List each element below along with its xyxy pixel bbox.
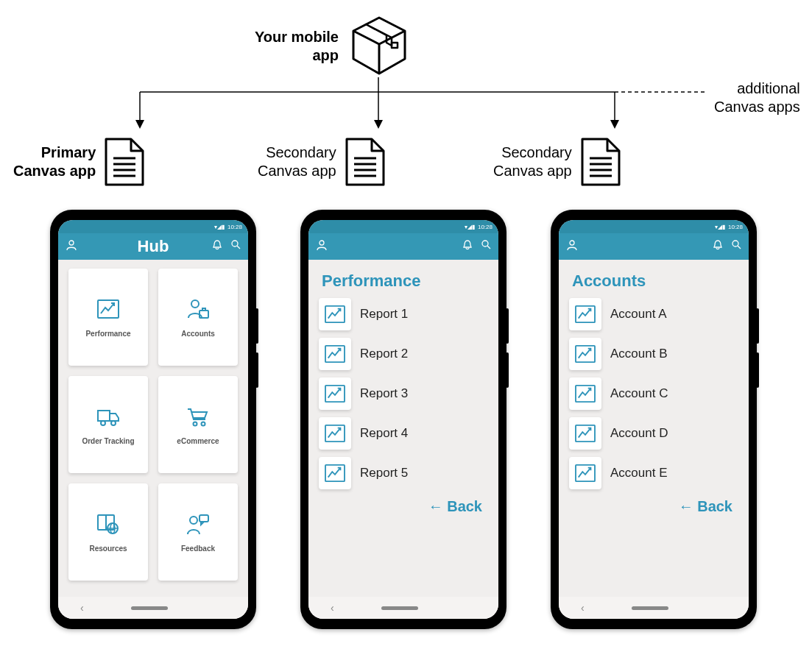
chart-icon	[569, 417, 601, 450]
list-item[interactable]: Report 1	[319, 298, 488, 330]
primary-doc-label: PrimaryCanvas app	[13, 143, 96, 180]
android-nav-bar: ‹	[58, 597, 248, 619]
hub-tile-ecommerce[interactable]: eCommerce	[158, 376, 238, 473]
hub-tile-label: Accounts	[181, 330, 215, 338]
header-title: Hub	[138, 237, 169, 256]
hub-tile-label: Performance	[85, 330, 130, 338]
book-globe-icon	[95, 512, 121, 539]
section-title: Performance	[322, 272, 488, 291]
chart-icon	[319, 417, 351, 450]
nav-home-pill[interactable]	[381, 606, 418, 610]
svg-rect-0	[392, 43, 398, 48]
person-chat-icon	[185, 512, 211, 539]
phones-row: ▾◢▮10:28 Hub Performance	[50, 210, 764, 629]
hub-tile-accounts[interactable]: Accounts	[158, 269, 238, 366]
nav-back-icon[interactable]: ‹	[80, 602, 84, 614]
mobile-app-label: Your mobileapp	[236, 28, 339, 65]
bell-icon[interactable]	[211, 239, 223, 254]
list-item-label: Report 1	[360, 307, 408, 322]
chart-icon	[319, 298, 351, 330]
svg-marker-8	[374, 120, 383, 129]
phone-screen: ▾◢▮10:28 Accounts Account A	[559, 220, 749, 619]
status-bar: ▾◢▮10:28	[559, 220, 749, 233]
nav-home-pill[interactable]	[131, 606, 168, 610]
back-link[interactable]: ← Back	[319, 498, 488, 515]
bell-icon[interactable]	[462, 239, 473, 254]
status-time: 10:28	[478, 224, 493, 230]
svg-marker-9	[610, 120, 619, 129]
profile-icon[interactable]	[566, 239, 578, 254]
list-item-label: Report 2	[360, 347, 408, 361]
list-column: Account A Account B Account C Account D	[569, 298, 738, 489]
search-icon[interactable]	[731, 239, 741, 254]
app-header: Hub	[58, 233, 248, 260]
back-link[interactable]: ← Back	[569, 498, 738, 515]
search-icon[interactable]	[481, 239, 491, 254]
document-icon	[103, 136, 146, 188]
list-item[interactable]: Account A	[569, 298, 738, 330]
list-item-label: Account D	[610, 426, 668, 441]
app-header	[559, 233, 749, 260]
phone-mockup: ▾◢▮10:28 Performance Report 1	[300, 210, 506, 629]
document-icon	[344, 136, 386, 188]
nav-back-icon[interactable]: ‹	[581, 602, 585, 614]
hub-tile-resources[interactable]: Resources	[68, 483, 148, 581]
hub-tile-feedback[interactable]: Feedback	[158, 483, 238, 581]
list-item-label: Report 3	[360, 386, 408, 401]
secondary-doc-label-1: SecondaryCanvas app	[258, 143, 336, 180]
nav-back-icon[interactable]: ‹	[331, 602, 334, 614]
secondary-doc-group-1: SecondaryCanvas app	[258, 136, 386, 188]
list-item[interactable]: Account B	[569, 338, 738, 370]
hub-tile-label: eCommerce	[177, 437, 219, 445]
hub-grid: Performance Accounts Order Tracking eCom…	[68, 269, 238, 588]
phone-screen: ▾◢▮10:28 Hub Performance	[58, 220, 248, 619]
chart-icon	[569, 338, 601, 370]
section-title: Accounts	[572, 272, 738, 291]
primary-doc-group: PrimaryCanvas app	[13, 136, 146, 188]
secondary-doc-label-2: SecondaryCanvas app	[493, 143, 572, 180]
list-item[interactable]: Report 2	[319, 338, 488, 370]
document-icon	[579, 136, 622, 188]
svg-marker-7	[135, 120, 144, 129]
nav-home-pill[interactable]	[632, 606, 668, 610]
truck-icon	[95, 405, 121, 431]
list-item[interactable]: Account E	[569, 457, 738, 489]
app-header	[308, 233, 498, 260]
hub-tile-label: Resources	[89, 545, 127, 553]
android-nav-bar: ‹	[559, 597, 749, 619]
chart-icon	[319, 338, 351, 370]
list-item[interactable]: Account C	[569, 377, 738, 410]
hub-tile-performance[interactable]: Performance	[68, 269, 148, 366]
chart-icon	[319, 457, 351, 489]
list-item[interactable]: Report 4	[319, 417, 488, 450]
hub-tile-label: Feedback	[181, 545, 215, 553]
chart-icon	[569, 377, 601, 410]
list-item[interactable]: Report 3	[319, 377, 488, 410]
status-bar: ▾◢▮10:28	[308, 220, 498, 233]
search-icon[interactable]	[230, 239, 241, 254]
chart-icon	[319, 377, 351, 410]
profile-icon[interactable]	[66, 239, 77, 254]
app-body: Performance Accounts Order Tracking eCom…	[58, 260, 248, 597]
list-item-label: Account B	[610, 347, 668, 361]
list-item[interactable]: Report 5	[319, 457, 488, 489]
app-body: Performance Report 1 Report 2 Report 3	[308, 260, 498, 597]
list-item-label: Account E	[610, 466, 668, 480]
list-item[interactable]: Account D	[569, 417, 738, 450]
list-item-label: Account A	[610, 307, 667, 322]
chart-icon	[95, 297, 121, 324]
app-body: Accounts Account A Account B Account C	[559, 260, 749, 597]
list-item-label: Account C	[610, 386, 668, 401]
phone-screen: ▾◢▮10:28 Performance Report 1	[308, 220, 498, 619]
phone-mockup: ▾◢▮10:28 Hub Performance	[50, 210, 256, 629]
secondary-doc-group-2: SecondaryCanvas app	[493, 136, 622, 188]
hub-tile-order-tracking[interactable]: Order Tracking	[68, 376, 148, 473]
status-bar: ▾◢▮10:28	[58, 220, 248, 233]
doc-labels-row: PrimaryCanvas app SecondaryCanvas app	[0, 136, 812, 202]
android-nav-bar: ‹	[308, 597, 498, 619]
cart-icon	[185, 405, 211, 431]
status-time: 10:28	[728, 224, 743, 230]
bell-icon[interactable]	[712, 239, 724, 254]
profile-icon[interactable]	[316, 239, 328, 254]
hub-tile-label: Order Tracking	[82, 437, 134, 445]
